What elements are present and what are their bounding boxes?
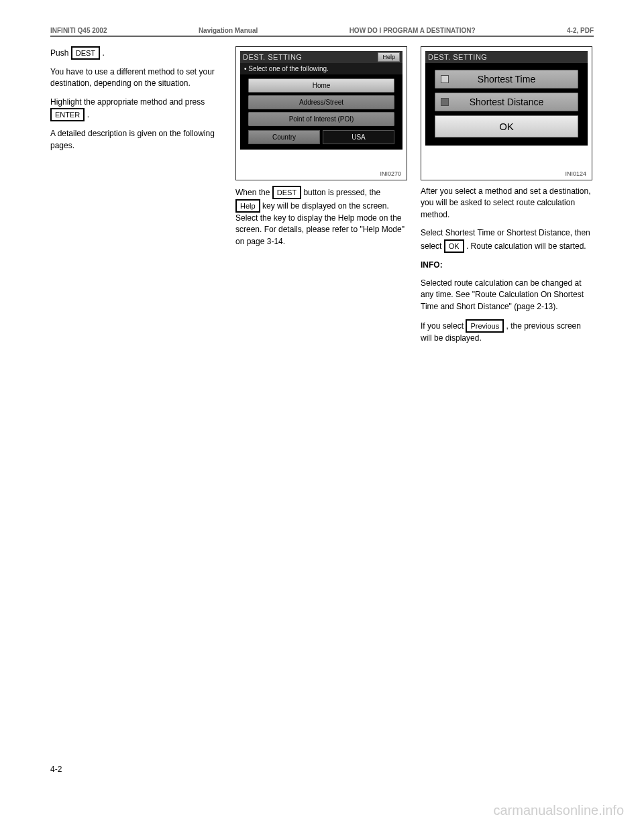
column-2: DEST. SETTING Help • Select one of the f… — [235, 46, 407, 351]
ok-button[interactable]: OK — [435, 115, 578, 137]
header-model: INFINITI Q45 2002 — [50, 27, 107, 34]
address-button[interactable]: Address/Street — [248, 95, 394, 109]
ok-key: OK — [444, 239, 464, 253]
col3-p3: If you select Previous , the previous sc… — [421, 319, 592, 344]
ui-title-2: DEST. SETTING — [428, 53, 585, 61]
help-key: Help — [235, 199, 260, 213]
country-value: USA — [323, 130, 394, 144]
ui-titlebar: DEST. SETTING Help — [240, 51, 402, 63]
dest-key-2: DEST — [272, 186, 301, 199]
option-shortest-distance[interactable]: Shortest Distance — [435, 93, 578, 111]
ui-titlebar-2: DEST. SETTING — [425, 51, 588, 63]
header-page: 4-2, PDF — [567, 27, 594, 34]
ui-body: Home Address/Street Point of Interest (P… — [240, 74, 402, 150]
help-button[interactable]: Help — [378, 52, 400, 62]
col1-line4: A detailed description is given on the f… — [50, 128, 222, 152]
info-text: Selected route calculation can be change… — [421, 278, 592, 313]
country-button[interactable]: Country — [248, 130, 320, 144]
figure-route-priority: DEST. SETTING Shortest Time Shortest Dis… — [421, 46, 592, 180]
column-3: DEST. SETTING Shortest Time Shortest Dis… — [421, 46, 592, 351]
col3-p2: Select Shortest Time or Shortest Distanc… — [421, 227, 592, 252]
header-rule — [50, 36, 594, 37]
home-button[interactable]: Home — [248, 78, 394, 93]
ui-subbar: • Select one of the following. — [240, 63, 402, 74]
col1-line2: You have to use a different method to se… — [50, 66, 222, 90]
figure-tag-2: INI0124 — [565, 170, 586, 177]
checkbox-icon — [441, 98, 449, 106]
col1-line1: Push DEST . — [50, 46, 222, 60]
page-number: 4-2 — [50, 765, 62, 774]
col1-line3: Highlight the appropriate method and pre… — [50, 97, 222, 121]
page-header: INFINITI Q45 2002 Navigation Manual HOW … — [50, 27, 594, 34]
column-1: Push DEST . You have to use a different … — [50, 46, 222, 351]
enter-key: ENTER — [50, 108, 85, 121]
figure-dest-setting-menu: DEST. SETTING Help • Select one of the f… — [235, 46, 407, 180]
header-section: HOW DO I PROGRAM A DESTINATION? — [350, 27, 476, 34]
poi-button[interactable]: Point of Interest (POI) — [248, 112, 394, 126]
figure-tag: INI0270 — [380, 170, 401, 177]
watermark: carmanualsonline.info — [493, 803, 624, 818]
ui-title: DEST. SETTING — [243, 53, 378, 61]
col3-p1: After you select a method and set a dest… — [421, 186, 592, 221]
info-label: INFO: — [421, 260, 592, 271]
checkbox-icon — [441, 75, 449, 83]
header-doc: Navigation Manual — [199, 27, 258, 34]
dest-key: DEST — [71, 46, 100, 60]
option-shortest-time[interactable]: Shortest Time — [435, 70, 578, 89]
col2-text: When the DEST button is pressed, the Hel… — [235, 186, 407, 247]
previous-key: Previous — [466, 319, 504, 333]
ui-body-2: Shortest Time Shortest Distance OK — [425, 63, 588, 146]
